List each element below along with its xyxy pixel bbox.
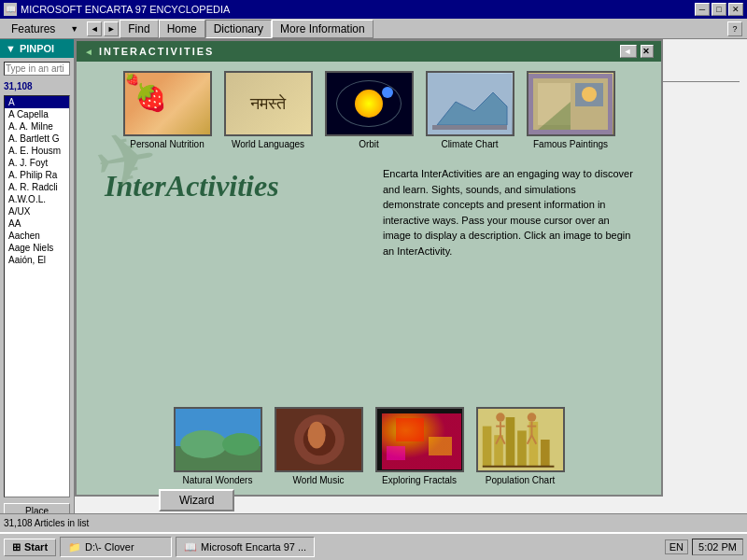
activity-label-music: World Music xyxy=(293,475,345,485)
list-item[interactable]: A. A. Milne xyxy=(5,120,69,133)
time-display: 5:02 PM xyxy=(692,539,743,555)
sidebar-arrow-icon: ▼ xyxy=(6,43,16,54)
svg-point-30 xyxy=(496,413,505,422)
activity-thumb-climate[interactable] xyxy=(426,71,514,136)
overlay-title: INTERACTIVITIES xyxy=(99,46,215,57)
taskbar: ⊞ Start 📁 D:\- Clover 📖 Microsoft Encart… xyxy=(0,532,747,560)
activity-label-orbit: Orbit xyxy=(359,139,379,149)
clover-label: D:\- Clover xyxy=(85,541,134,553)
svg-rect-20 xyxy=(429,437,452,455)
description-text: Encarta InterActivities are an engaging … xyxy=(375,159,642,398)
activity-orbit[interactable]: Orbit xyxy=(322,71,416,149)
start-button[interactable]: ⊞ Start xyxy=(4,539,56,556)
activity-thumb-fractals[interactable] xyxy=(375,407,464,472)
minimize-button[interactable]: ─ xyxy=(695,3,710,16)
svg-rect-23 xyxy=(482,427,491,467)
activity-label-languages: World Languages xyxy=(232,139,304,149)
list-item[interactable]: A. Bartlett G xyxy=(5,133,69,145)
menu-features-arrow[interactable]: ▼ xyxy=(63,22,86,35)
search-input[interactable] xyxy=(4,62,70,76)
maximize-button[interactable]: □ xyxy=(712,3,726,16)
status-bar: 31,108 Articles in list xyxy=(0,513,747,532)
activity-paintings[interactable]: Famous Paintings xyxy=(524,71,617,149)
activity-climate[interactable]: Climate Chart xyxy=(423,71,516,149)
overlay-header: ◄ INTERACTIVITIES ◄ ✕ xyxy=(77,41,661,62)
toolbar-forward[interactable]: ► xyxy=(104,21,119,36)
top-activities-row: 🍓 Personal Nutrition नमस्ते World Langua… xyxy=(86,71,652,149)
activity-languages[interactable]: नमस्ते World Languages xyxy=(221,71,315,149)
activity-nutrition[interactable]: 🍓 Personal Nutrition xyxy=(120,71,214,149)
activity-thumb-natural[interactable] xyxy=(174,407,262,472)
natural-image xyxy=(176,409,261,470)
menu-features[interactable]: Features xyxy=(4,21,63,37)
activity-thumb-orbit[interactable] xyxy=(325,71,414,136)
population-image xyxy=(478,409,563,470)
app-icon: 📖 xyxy=(4,3,17,16)
activity-label-nutrition: Personal Nutrition xyxy=(130,139,204,149)
activity-population[interactable]: Population Chart xyxy=(473,407,567,485)
article-list[interactable]: A A Capella A. A. Milne A. Bartlett G A.… xyxy=(4,95,70,497)
activity-thumb-population[interactable] xyxy=(476,407,565,472)
overlay-back-button[interactable]: ◄ xyxy=(620,45,637,58)
activity-thumb-paintings[interactable] xyxy=(527,71,615,136)
list-item[interactable]: A. J. Foyt xyxy=(5,157,69,169)
list-item[interactable]: A Capella xyxy=(5,108,69,120)
fractals-image xyxy=(377,409,462,470)
activity-label-population: Population Chart xyxy=(486,475,556,485)
article-count: 31,108 xyxy=(0,79,74,93)
toolbar-back[interactable]: ◄ xyxy=(87,21,102,36)
toolbar-find[interactable]: Find xyxy=(120,20,158,38)
svg-rect-28 xyxy=(541,440,550,467)
svg-point-16 xyxy=(307,422,325,449)
activity-natural[interactable]: Natural Wonders xyxy=(171,407,264,485)
language-indicator: EN xyxy=(665,539,688,554)
activity-label-paintings: Famous Paintings xyxy=(533,139,608,149)
toolbar-more-info[interactable]: More Information xyxy=(272,20,374,38)
list-item[interactable]: A xyxy=(5,96,69,108)
title-text: MICROSOFT ENCARTA 97 ENCYCLOPEDIA xyxy=(21,4,230,15)
list-item[interactable]: A. Philip Ra xyxy=(5,169,69,181)
interactivities-content: ✈ 🍓 Personal Nutrition नमस्ते World Lang… xyxy=(77,62,661,495)
svg-point-12 xyxy=(222,433,260,455)
list-item[interactable]: Aage Niels xyxy=(5,242,69,254)
articles-count-status: 31,108 Articles in list xyxy=(4,518,89,528)
list-item[interactable]: A. E. Housm xyxy=(5,145,69,157)
svg-rect-19 xyxy=(396,418,424,441)
bottom-activities-row: Natural Wonders World Music xyxy=(86,407,652,485)
activity-thumb-languages[interactable]: नमस्ते xyxy=(224,71,313,136)
menu-bar: Features ▼ ◄ ► Find Home Dictionary More… xyxy=(0,19,747,39)
list-item[interactable]: Aaión, El xyxy=(5,254,69,266)
activity-thumb-music[interactable] xyxy=(275,407,363,472)
taskbar-encarta[interactable]: 📖 Microsoft Encarta 97 ... xyxy=(176,537,315,557)
climate-image xyxy=(428,73,513,134)
wizard-button[interactable]: Wizard xyxy=(159,489,234,511)
paintings-image xyxy=(529,73,613,134)
activity-music[interactable]: World Music xyxy=(272,407,365,485)
list-item[interactable]: A/UX xyxy=(5,205,69,217)
encarta-label: Microsoft Encarta 97 ... xyxy=(201,541,306,553)
toolbar-help[interactable]: ? xyxy=(727,21,742,36)
close-button[interactable]: ✕ xyxy=(728,3,743,16)
sidebar: ▼ PINPOI 31,108 A A Capella A. A. Milne … xyxy=(0,39,75,523)
taskbar-right: EN 5:02 PM xyxy=(665,539,743,555)
activity-fractals[interactable]: Exploring Fractals xyxy=(373,407,466,485)
start-label: Start xyxy=(24,541,48,553)
encarta-icon: 📖 xyxy=(184,541,197,553)
start-icon: ⊞ xyxy=(12,541,21,553)
list-item[interactable]: AA xyxy=(5,217,69,230)
sidebar-header: ▼ PINPOI xyxy=(0,39,74,58)
list-item[interactable]: A.W.O.L. xyxy=(5,193,69,205)
svg-point-11 xyxy=(180,430,227,458)
activity-label-climate: Climate Chart xyxy=(441,139,498,149)
activity-label-natural: Natural Wonders xyxy=(183,475,253,485)
languages-image: नमस्ते xyxy=(226,73,311,134)
list-item[interactable]: A. R. Radcli xyxy=(5,181,69,193)
toolbar-dictionary[interactable]: Dictionary xyxy=(205,20,272,38)
overlay-close-button[interactable]: ✕ xyxy=(641,45,654,58)
activity-thumb-nutrition[interactable]: 🍓 xyxy=(123,71,212,136)
toolbar-home[interactable]: Home xyxy=(159,20,205,38)
middle-section: InterActivities Encarta InterActivities … xyxy=(86,159,652,398)
taskbar-clover[interactable]: 📁 D:\- Clover xyxy=(60,537,172,557)
clover-icon: 📁 xyxy=(68,541,81,553)
list-item[interactable]: Aachen xyxy=(5,230,69,242)
